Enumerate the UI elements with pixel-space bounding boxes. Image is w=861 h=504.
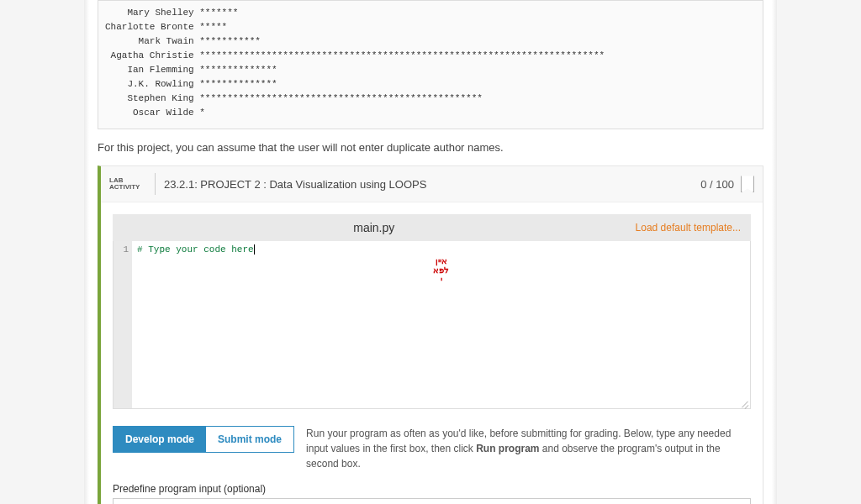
predefine-input[interactable]: [113, 498, 751, 504]
predefine-label: Predefine program input (optional): [113, 483, 751, 495]
develop-mode-button[interactable]: Develop mode: [114, 427, 206, 452]
load-template-link[interactable]: Load default template...: [636, 222, 751, 234]
mode-desc-bold: Run program: [476, 443, 539, 454]
line-number-1: 1: [114, 244, 129, 255]
bookmark-icon[interactable]: [741, 176, 754, 192]
mode-toggle: Develop mode Submit mode: [113, 426, 294, 453]
lab-header: LAB ACTIVITY 23.2.1: PROJECT 2 : Data Vi…: [101, 166, 763, 202]
line-gutter: 1: [114, 241, 132, 408]
lab-badge-line2: ACTIVITY: [109, 184, 146, 192]
text-cursor: [254, 244, 255, 255]
code-editor[interactable]: 1 # Type your code here איין לפא י: [113, 241, 751, 409]
score-text: 0 / 100: [700, 178, 734, 191]
mode-description: Run your program as often as you'd like,…: [306, 426, 751, 471]
lab-badge: LAB ACTIVITY: [109, 177, 146, 192]
overlay-watermark: איין לפא י: [433, 256, 449, 284]
code-area[interactable]: # Type your code here איין לפא י: [132, 241, 750, 408]
editor-toolbar: main.py Load default template...: [113, 214, 751, 241]
sample-output: Mary Shelley ******* Charlotte Bronte **…: [98, 0, 763, 129]
submit-mode-button[interactable]: Submit mode: [206, 427, 293, 452]
filename-label: main.py: [113, 221, 636, 234]
lab-activity-card: LAB ACTIVITY 23.2.1: PROJECT 2 : Data Vi…: [98, 165, 763, 504]
resize-handle-icon[interactable]: [740, 398, 750, 408]
lab-title: 23.2.1: PROJECT 2 : Data Visualization u…: [164, 178, 700, 191]
divider: [155, 173, 156, 195]
code-comment: # Type your code here: [137, 244, 254, 255]
instruction-text: For this project, you can assume that th…: [98, 141, 763, 154]
